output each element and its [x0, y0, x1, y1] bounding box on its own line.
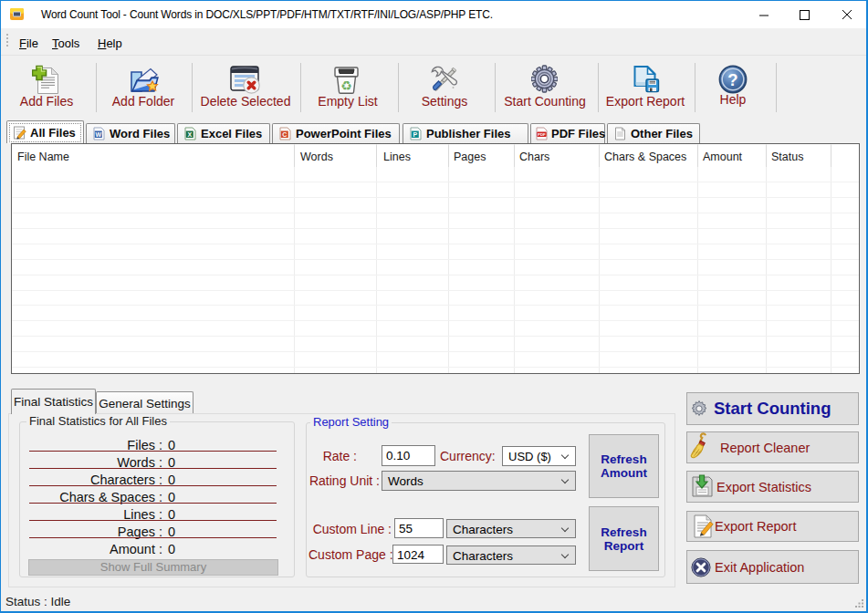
svg-text:C: C — [282, 131, 287, 138]
svg-text:X: X — [187, 131, 192, 138]
svg-text:?: ? — [727, 70, 737, 89]
svg-text:PDF: PDF — [538, 132, 546, 137]
svg-text:W: W — [95, 131, 101, 138]
svg-text:♻: ♻ — [340, 78, 352, 93]
svg-text:P: P — [413, 131, 417, 138]
